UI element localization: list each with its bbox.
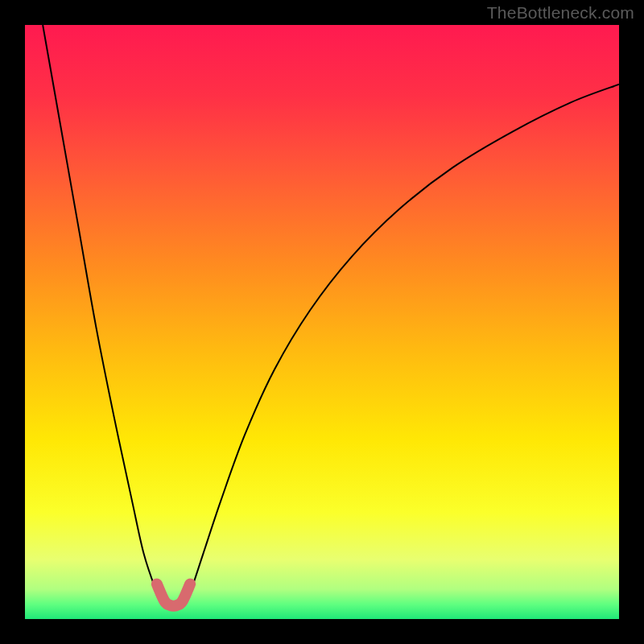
plot-area [25,25,619,619]
chart-container: TheBottleneck.com [0,0,644,644]
main-curve [43,25,619,608]
curve-layer [25,25,619,619]
highlight-curve [157,584,190,605]
watermark-text: TheBottleneck.com [487,3,634,23]
